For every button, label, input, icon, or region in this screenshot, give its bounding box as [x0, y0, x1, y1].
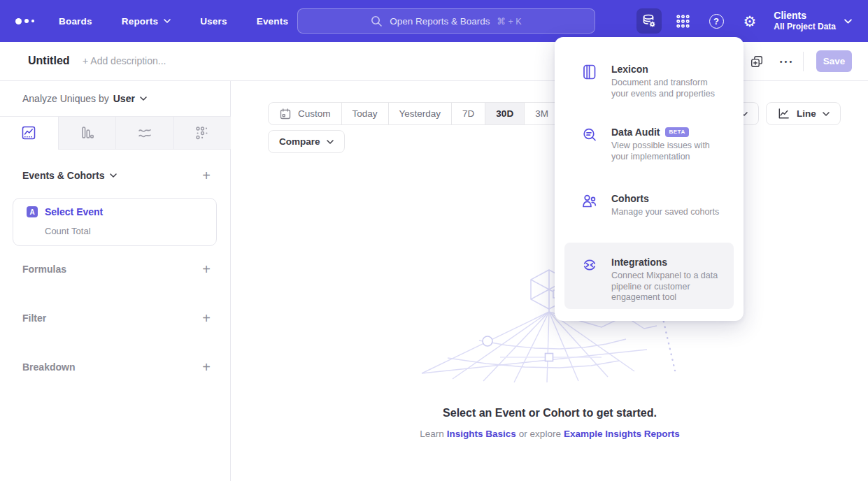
- menu-item-lexicon[interactable]: Lexicon Document and transform your even…: [564, 50, 734, 110]
- nav-item-events[interactable]: Events: [257, 16, 288, 27]
- chevron-down-icon: [823, 112, 830, 116]
- top-nav: Boards Reports Users Events Open Reports…: [0, 0, 868, 42]
- project-name: Clients: [774, 10, 836, 22]
- nav-item-label: Events: [257, 16, 288, 27]
- builder-sidebar: Analyze Uniques by User Events & Cohorts: [0, 81, 231, 481]
- learn-prefix: Learn: [420, 429, 444, 439]
- date-range-30d[interactable]: 30D: [485, 103, 524, 124]
- chart-type-dropdown[interactable]: Line: [766, 102, 841, 125]
- insights-basics-link[interactable]: Insights Basics: [447, 429, 516, 439]
- analyze-row: Analyze Uniques by User: [22, 81, 147, 116]
- date-range-yesterday[interactable]: Yesterday: [388, 103, 452, 124]
- menu-item-description: View possible issues with your implement…: [611, 141, 724, 162]
- add-breakdown-button[interactable]: +: [202, 360, 211, 374]
- range-label: Yesterday: [399, 108, 441, 119]
- range-label: Today: [353, 108, 378, 119]
- tab-bar-chart[interactable]: [58, 117, 116, 150]
- filter-section: Filter +: [22, 311, 211, 325]
- add-formula-button[interactable]: +: [202, 262, 211, 276]
- beta-badge: BETA: [665, 127, 688, 137]
- example-reports-link[interactable]: Example Insights Reports: [564, 429, 680, 439]
- mixpanel-logo-icon[interactable]: [15, 0, 34, 42]
- breakdown-label: Breakdown: [22, 361, 75, 373]
- save-button[interactable]: Save: [816, 50, 852, 72]
- flow-icon: [137, 125, 152, 141]
- nav-item-reports[interactable]: Reports: [122, 16, 171, 27]
- line-chart-axis-icon: [777, 107, 790, 120]
- range-label: 3M: [535, 108, 548, 119]
- section-label: Events & Cohorts: [22, 170, 104, 181]
- nav-item-users[interactable]: Users: [200, 16, 227, 27]
- menu-item-title: Integrations: [611, 257, 667, 268]
- apps-grid-button[interactable]: [670, 8, 695, 34]
- compare-dropdown[interactable]: Compare: [268, 130, 345, 153]
- global-search-input[interactable]: Open Reports & Boards ⌘ + K: [297, 8, 595, 34]
- report-description-input[interactable]: + Add description...: [83, 55, 166, 66]
- menu-item-title: Lexicon: [611, 64, 648, 75]
- primary-nav: Boards Reports Users Events: [59, 0, 288, 42]
- ellipsis-icon: •••: [780, 57, 795, 66]
- date-range-7d[interactable]: 7D: [451, 103, 485, 124]
- nav-item-boards[interactable]: Boards: [59, 16, 92, 27]
- chart-type-label: Line: [797, 108, 816, 119]
- nav-item-label: Boards: [59, 16, 92, 27]
- date-range-custom[interactable]: Custom: [269, 103, 341, 124]
- range-label: 7D: [462, 108, 474, 119]
- formulas-section: Formulas +: [22, 262, 211, 276]
- empty-state-links: Learn Insights Basics or explore Example…: [232, 429, 868, 439]
- duplicate-report-button[interactable]: [746, 52, 767, 71]
- gear-icon: ⚙: [744, 14, 757, 29]
- menu-item-description: Connect Mixpanel to a data pipeline or c…: [611, 271, 724, 303]
- more-actions-button[interactable]: •••: [776, 52, 797, 71]
- help-button[interactable]: ?: [704, 8, 729, 34]
- events-cohorts-header[interactable]: Events & Cohorts: [22, 170, 117, 181]
- tab-metrics[interactable]: [173, 117, 232, 150]
- date-range-3m[interactable]: 3M: [524, 103, 559, 124]
- breakdown-section: Breakdown +: [22, 360, 211, 374]
- event-letter-badge: A: [27, 206, 38, 217]
- settings-button[interactable]: ⚙: [737, 8, 762, 34]
- chart-type-tabs: [0, 116, 231, 149]
- bar-chart-icon: [79, 125, 94, 141]
- date-range-today[interactable]: Today: [341, 103, 388, 124]
- chevron-down-icon: [844, 19, 851, 23]
- analyze-by-dropdown[interactable]: User: [113, 93, 147, 104]
- line-chart-icon: [21, 125, 36, 141]
- insights-report-page: Boards Reports Users Events Open Reports…: [0, 0, 868, 481]
- event-aggregation[interactable]: Count Total: [45, 226, 91, 236]
- report-title[interactable]: Untitled: [28, 55, 70, 67]
- help-icon: ?: [709, 14, 724, 29]
- chevron-down-icon: [327, 140, 334, 144]
- search-placeholder: Open Reports & Boards: [390, 16, 490, 27]
- search-icon: [371, 15, 383, 27]
- menu-item-cohorts[interactable]: Cohorts Manage your saved cohorts: [564, 179, 734, 229]
- grid-icon: [675, 13, 691, 29]
- menu-item-data-audit[interactable]: Data Audit BETA View possible issues wit…: [564, 113, 734, 173]
- range-label: 30D: [496, 108, 513, 119]
- calendar-icon: [279, 108, 292, 120]
- tab-flow-chart[interactable]: [115, 117, 173, 150]
- add-filter-button[interactable]: +: [202, 311, 211, 325]
- cohorts-users-icon: [581, 193, 598, 210]
- select-event-button[interactable]: Select Event: [45, 206, 103, 217]
- data-management-button[interactable]: [636, 8, 662, 34]
- add-event-button[interactable]: +: [202, 168, 211, 182]
- analyze-label: Analyze Uniques by: [22, 93, 109, 104]
- database-gear-icon: [641, 13, 657, 29]
- chevron-down-icon: [164, 19, 171, 23]
- copy-icon: [750, 55, 764, 69]
- project-switcher[interactable]: Clients All Project Data: [774, 0, 851, 42]
- events-cohorts-section: Events & Cohorts +: [22, 168, 211, 182]
- chevron-down-icon: [140, 96, 147, 101]
- filter-label: Filter: [22, 313, 46, 324]
- menu-item-integrations[interactable]: Integrations Connect Mixpanel to a data …: [564, 243, 734, 309]
- range-label: Custom: [298, 108, 331, 119]
- project-scope: All Project Data: [774, 22, 836, 32]
- metric-dots-icon: [194, 125, 210, 141]
- event-row-card[interactable]: A Select Event Count Total: [13, 198, 217, 246]
- formulas-label: Formulas: [22, 264, 66, 275]
- explore-text: or explore: [519, 429, 561, 439]
- menu-item-title: Cohorts: [611, 193, 649, 204]
- tab-line-chart[interactable]: [0, 117, 58, 150]
- data-management-menu: Lexicon Document and transform your even…: [555, 37, 744, 321]
